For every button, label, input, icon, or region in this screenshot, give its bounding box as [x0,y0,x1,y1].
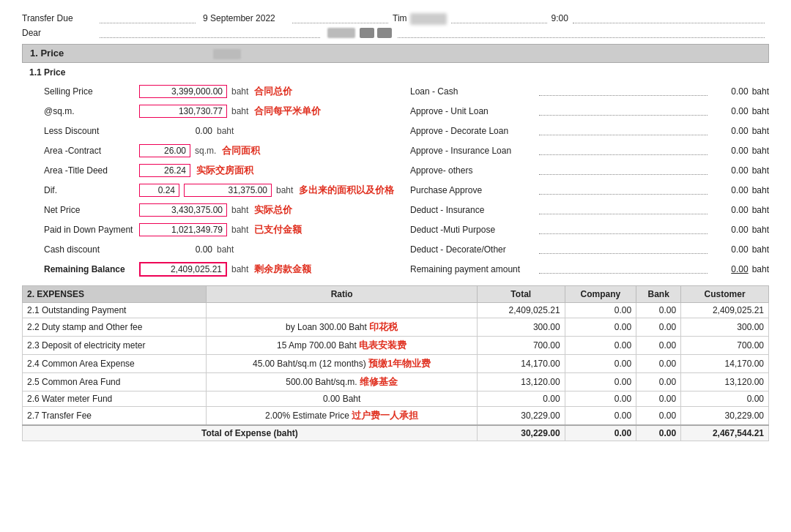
remaining-row: Remaining Balance 2,409,025.21 baht 剩余房款… [44,261,403,277]
dif-row: Dif. 0.24 31,375.00 baht 多出来的面积以及价格 [44,182,403,198]
deduct-insurance-dotted [539,206,708,214]
dear-after-dotted [398,28,765,38]
price-right-col: Loan - Cash 0.00 baht Approve - Unit Loa… [403,83,769,281]
loan-cash-unit: baht [752,86,769,97]
approve-others-value: 0.00 [712,165,749,176]
annotation-transfer-fee: 过户费一人承担 [352,410,418,421]
table-row: 2.3 Deposit of electricity meter 15 Amp … [23,336,769,354]
row7-company: 0.00 [565,406,636,425]
total-row: Total of Expense (baht) 30,229.00 0.00 0… [23,425,769,441]
sqm-row: @sq.m. 130,730.77 baht 合同每平米单价 [44,103,403,119]
approve-insurance-label: Approve - Insurance Loan [410,146,535,156]
remaining-payment-unit: baht [752,264,769,274]
annotation-net-price: 实际总价 [254,203,292,217]
row2-bank: 0.00 [636,318,681,336]
approve-decorate-value: 0.00 [712,126,749,136]
net-price-label: Net Price [44,205,139,215]
document-page: Transfer Due 9 September 2022 Tim 9:00 D… [0,0,791,449]
approve-unit-row: Approve - Unit Loan 0.00 baht [410,103,769,119]
total-label: Total of Expense (baht) [23,425,478,441]
row3-total: 700.00 [477,336,565,354]
loan-cash-row: Loan - Cash 0.00 baht [410,83,769,100]
dif-unit: baht [276,185,293,195]
row4-customer: 14,170.00 [681,354,769,372]
time-value: 9:00 [552,13,568,23]
row5-total: 13,120.00 [477,372,565,391]
remaining-value: 2,409,025.21 [139,262,227,277]
expenses-header-customer: Customer [681,285,769,302]
cash-discount-row: Cash discount 0.00 baht [44,241,403,258]
row6-total: 0.00 [477,391,565,406]
approve-insurance-unit: baht [752,146,769,156]
dif-value: 0.24 [139,184,179,197]
area-title-value: 26.24 [139,164,190,177]
row3-company: 0.00 [565,336,636,354]
area-contract-row: Area -Contract 26.00 sq.m. 合同面积 [44,143,403,159]
time-label: Tim [393,13,407,23]
expenses-table: 2. EXPENSES Ratio Total Company Bank Cus… [22,285,769,441]
row4-ratio: 45.00 Baht/sq.m (12 months) 预缴1年物业费 [207,354,477,372]
cash-discount-value: 0.00 [139,244,212,255]
area-contract-unit: sq.m. [195,146,216,156]
remaining-payment-label: Remaining payment amount [410,264,535,274]
row7-label: 2.7 Transfer Fee [23,406,207,425]
approve-insurance-dotted [539,146,708,155]
annotation-dif: 多出来的面积以及价格 [299,184,394,197]
remaining-label: Remaining Balance [44,264,139,274]
row5-customer: 13,120.00 [681,372,769,391]
sqm-unit: baht [231,106,248,116]
transfer-due-row: Transfer Due 9 September 2022 Tim 9:00 [22,13,769,25]
deduct-decorate-dotted [539,245,708,254]
expenses-header-total: Total [477,285,565,302]
annotation-contract-area: 合同面积 [222,144,260,157]
dear-row: Dear [22,28,769,38]
annotation-contract-total: 合同总价 [254,85,292,98]
annotation-actual-area: 实际交房面积 [196,164,253,177]
row7-total: 30,229.00 [477,406,565,425]
cash-discount-unit: baht [217,244,234,255]
annotation-common-area: 预缴1年物业费 [368,358,431,369]
transfer-due-label: Transfer Due [22,13,95,23]
less-discount-row: Less Discount 0.00 baht [44,123,403,139]
row7-customer: 30,229.00 [681,406,769,425]
row1-ratio [207,302,477,318]
total-company: 0.00 [565,425,636,441]
purchase-approve-value: 0.00 [712,185,749,195]
annotation-electricity: 电表安装费 [359,340,406,351]
remaining-unit: baht [231,264,248,274]
table-row: 2.4 Common Area Expense 45.00 Baht/sq.m … [23,354,769,372]
dif-price-box: 31,375.00 [184,184,272,197]
deduct-muti-dotted [539,225,708,234]
paid-down-row: Paid in Down Payment 1,021,349.79 baht 已… [44,222,403,238]
approve-unit-dotted [539,107,708,116]
less-discount-value: 0.00 [139,126,212,136]
total-customer: 2,467,544.21 [681,425,769,441]
deduct-muti-label: Deduct -Muti Purpose [410,225,535,235]
approve-unit-unit: baht [752,106,769,116]
row6-customer: 0.00 [681,391,769,406]
row2-ratio: by Loan 300.00 Baht 印花税 [207,318,477,336]
row2-company: 0.00 [565,318,636,336]
dear-label: Dear [22,28,95,38]
expenses-header-company: Company [565,285,636,302]
row2-label: 2.2 Duty stamp and Other fee [23,318,207,336]
table-row: 2.5 Common Area Fund 500.00 Baht/sq.m. 维… [23,372,769,391]
deduct-muti-value: 0.00 [712,225,749,235]
remaining-payment-value: 0.00 [712,264,749,274]
sqm-label: @sq.m. [44,106,139,116]
annotation-duty-stamp: 印花税 [369,321,398,332]
row6-company: 0.00 [565,391,636,406]
table-row: 2.2 Duty stamp and Other fee by Loan 300… [23,318,769,336]
table-row: 2.7 Transfer Fee 2.00% Estimate Price 过户… [23,406,769,425]
transfer-due-date: 9 September 2022 [200,13,288,23]
name-blurred [410,13,447,25]
approve-others-label: Approve- others [410,165,535,176]
section1-title: 1. Price [30,48,64,59]
subsection-title: 1.1 Price [22,64,769,80]
loan-cash-dotted [539,87,708,96]
approve-unit-label: Approve - Unit Loan [410,106,535,116]
approve-decorate-unit: baht [752,126,769,136]
purchase-approve-unit: baht [752,185,769,195]
transfer-due-dotted [100,13,196,23]
row5-ratio: 500.00 Baht/sq.m. 维修基金 [207,372,477,391]
